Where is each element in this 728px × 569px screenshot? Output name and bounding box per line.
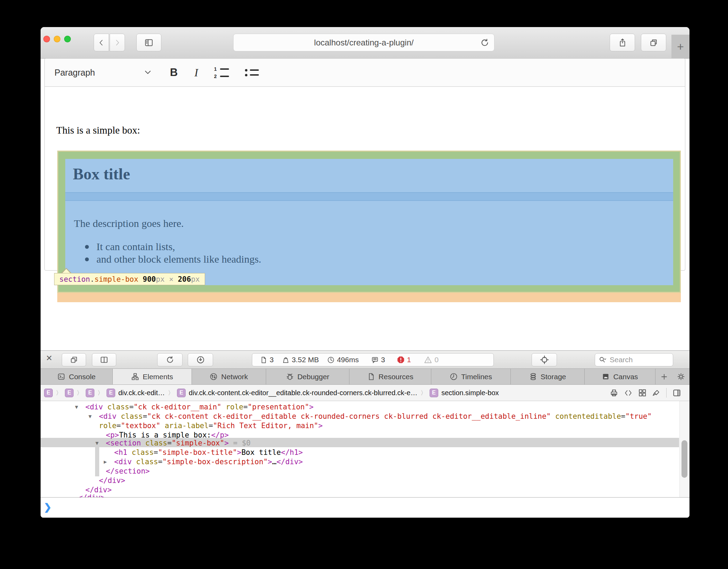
warning-icon: [424, 356, 432, 364]
tab-canvas[interactable]: Canvas: [585, 369, 655, 384]
dom-node-line[interactable]: <h1 class="simple-box-title">Box title</…: [114, 448, 303, 457]
tab-debugger[interactable]: Debugger: [266, 369, 349, 384]
warning-count[interactable]: 0: [424, 356, 439, 364]
bullet: [85, 245, 89, 249]
bold-button[interactable]: B: [170, 66, 178, 79]
tab-resources[interactable]: Resources: [349, 369, 431, 384]
disclosure-open-icon[interactable]: ▼: [95, 439, 99, 447]
dom-node-line[interactable]: ▶<div class="simple-box-description">…</…: [114, 458, 303, 466]
url-field[interactable]: localhost/creating-a-plugin/: [233, 34, 494, 51]
console-log-count[interactable]: 3: [371, 356, 385, 364]
disclosure-open-icon[interactable]: ▼: [88, 412, 92, 421]
element-badge[interactable]: E: [44, 389, 53, 397]
dock-side-button[interactable]: [62, 353, 86, 366]
share-button[interactable]: [610, 34, 635, 51]
grid-overlay-icon[interactable]: [638, 389, 646, 397]
tab-console[interactable]: Console: [41, 369, 113, 384]
clock-icon: [327, 356, 335, 364]
element-picker-button[interactable]: [532, 353, 557, 366]
back-button[interactable]: [94, 34, 109, 51]
dom-node-line[interactable]: </div>: [78, 493, 105, 497]
inspector-search: [595, 353, 673, 366]
simple-box-title[interactable]: Box title: [73, 165, 130, 183]
add-tab-button[interactable]: [655, 369, 672, 384]
element-dimensions-tooltip: section.simple-box 900px × 206px: [54, 273, 205, 285]
search-input[interactable]: [609, 355, 662, 364]
dom-node-line[interactable]: </div>: [99, 476, 125, 485]
paragraph-dropdown[interactable]: Paragraph: [54, 68, 95, 78]
dom-node-line[interactable]: ▼<div class="ck ck-editor__main" role="p…: [85, 403, 314, 411]
breadcrumb-item-selected[interactable]: section.simple-box: [441, 389, 499, 397]
error-count[interactable]: 1: [397, 356, 411, 364]
dom-node-line[interactable]: ▼<section class="simple-box"> = $0: [106, 439, 251, 447]
source-code-icon[interactable]: [624, 389, 632, 397]
inspector-reload-button[interactable]: [157, 353, 183, 366]
web-inspector: ✕ 3 3.52 MB: [41, 350, 689, 518]
scrollbar-thumb[interactable]: [682, 440, 687, 478]
bulleted-list-button[interactable]: [245, 69, 259, 76]
close-window-button[interactable]: [43, 36, 50, 42]
simple-box-description[interactable]: The description goes here.: [74, 218, 184, 229]
settings-button[interactable]: [672, 369, 689, 384]
element-badge[interactable]: E: [177, 389, 186, 397]
dom-node-line[interactable]: </div>: [85, 486, 112, 494]
list-item[interactable]: and other block elements like headings.: [85, 253, 261, 265]
italic-button[interactable]: I: [194, 66, 198, 79]
dom-node-line[interactable]: role="textbox" aria-label="Rich Text Edi…: [99, 422, 323, 430]
breadcrumb-item[interactable]: div.ck.ck-content.ck-editor__editable.ck…: [189, 389, 417, 397]
indent-guide: [95, 447, 99, 476]
simple-box-list[interactable]: It can contain lists,and other block ele…: [85, 240, 261, 265]
editor-paragraph[interactable]: This is a simple box:: [56, 125, 140, 136]
tab-timelines[interactable]: Timelines: [431, 369, 511, 384]
scrollbar-track[interactable]: [679, 401, 689, 497]
reload-icon[interactable]: [480, 38, 489, 47]
list-item[interactable]: It can contain lists,: [85, 240, 261, 253]
close-inspector-button[interactable]: ✕: [46, 354, 52, 363]
console-prompt-chevron: ❯: [44, 502, 52, 513]
details-sidebar-icon[interactable]: [672, 389, 681, 397]
network-icon: [210, 373, 218, 381]
crosshair-icon: [540, 355, 549, 364]
forward-button[interactable]: [110, 34, 125, 51]
split-view-button[interactable]: [92, 353, 116, 366]
dom-node-line[interactable]: ▼<div class="ck ck-content ck-editor__ed…: [99, 412, 652, 421]
plus-glyph: +: [677, 40, 684, 53]
tooltip-height: 206: [178, 275, 191, 283]
new-tab-button[interactable]: +: [671, 35, 689, 58]
download-button[interactable]: [188, 353, 213, 366]
show-tabs-button[interactable]: [641, 34, 666, 51]
disclosure-closed-icon[interactable]: ▶: [104, 458, 107, 466]
sidebar-icon: [144, 39, 153, 47]
tab-elements[interactable]: Elements: [113, 369, 192, 384]
paintbrush-icon[interactable]: [652, 389, 660, 397]
element-badge[interactable]: E: [86, 389, 94, 397]
print-styles-icon[interactable]: [610, 389, 618, 397]
disclosure-open-icon[interactable]: ▼: [75, 403, 78, 411]
browser-window: localhost/creating-a-plugin/ + Paragraph…: [41, 27, 689, 518]
breadcrumb-item[interactable]: div.ck.ck-edit…: [118, 389, 165, 397]
console-prompt-row[interactable]: ❯: [41, 497, 689, 518]
rich-text-editor: Paragraph B I 1 2 This is a simple box: …: [44, 58, 685, 271]
element-badge[interactable]: E: [65, 389, 74, 397]
minimize-window-button[interactable]: [54, 36, 60, 42]
tab-network[interactable]: Network: [192, 369, 266, 384]
url-text: localhost/creating-a-plugin/: [314, 38, 414, 48]
tooltip-class: simple-box: [94, 275, 138, 283]
dom-node-line[interactable]: <p>This is a simple box:</p>: [106, 431, 229, 439]
tab-storage[interactable]: Storage: [511, 369, 585, 384]
breadcrumb-separator: 〉: [56, 389, 62, 397]
split-columns-icon: [100, 356, 108, 364]
dom-node-line[interactable]: </section>: [106, 467, 150, 475]
numbered-list-button[interactable]: 1 2: [214, 67, 229, 79]
resource-count[interactable]: 3: [260, 356, 274, 364]
zoom-window-button[interactable]: [64, 36, 71, 42]
ol-digit: 2: [214, 74, 218, 79]
element-badge[interactable]: E: [107, 389, 115, 397]
resources-icon: [367, 373, 375, 381]
load-time[interactable]: 496ms: [327, 356, 359, 364]
element-badge[interactable]: E: [430, 389, 438, 397]
dom-tree[interactable]: ▼<div class="ck ck-editor__main" role="p…: [41, 401, 689, 497]
page-weight[interactable]: 3.52 MB: [282, 356, 319, 364]
chevron-down-icon[interactable]: [144, 70, 151, 75]
sidebar-toggle-button[interactable]: [136, 34, 161, 51]
